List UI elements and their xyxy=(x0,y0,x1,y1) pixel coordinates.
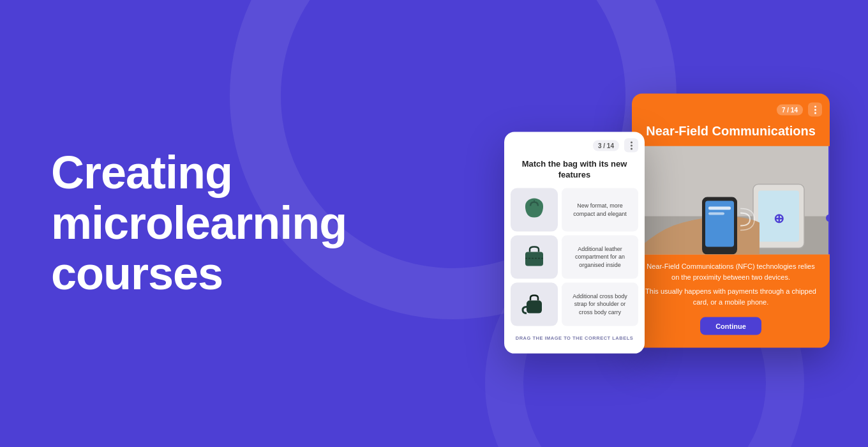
card-orange-progress: 7 / 14 xyxy=(777,104,803,115)
nfc-card: 7 / 14 Near-Field Communications xyxy=(632,94,830,348)
svg-rect-2 xyxy=(525,252,543,266)
nfc-body-text-1: Near-Field Communications (NFC) technolo… xyxy=(643,261,818,282)
bag-image-3[interactable] xyxy=(511,282,558,326)
hero-line2: microlearning xyxy=(51,197,347,248)
matching-card: 3 / 14 Match the bag with its new featur… xyxy=(504,132,645,354)
card-orange-header: 7 / 14 xyxy=(632,94,830,117)
card-white-progress: 3 / 14 xyxy=(593,140,619,151)
cards-container: 3 / 14 Match the bag with its new featur… xyxy=(504,94,830,354)
bag-image-2[interactable] xyxy=(511,235,558,278)
card-white-menu-button[interactable] xyxy=(624,139,638,153)
card-orange-menu-button[interactable] xyxy=(808,103,822,117)
odot1 xyxy=(814,105,816,107)
bag-label-2: Additional leather compartment for an or… xyxy=(562,235,638,278)
nfc-scene-svg: ⊕ xyxy=(632,146,830,255)
dot3 xyxy=(631,148,632,149)
bag-row-3: Additional cross body strap for shoulder… xyxy=(504,282,645,330)
card-white-title: Match the bag with its new features xyxy=(504,156,645,188)
bag-row-1: New format, more compact and elegant xyxy=(504,188,645,235)
hero-line3: courses xyxy=(51,248,223,299)
odot2 xyxy=(814,109,816,110)
nfc-body: Near-Field Communications (NFC) technolo… xyxy=(632,261,830,335)
bag-svg-1 xyxy=(518,193,551,226)
bag-label-3: Additional cross body strap for shoulder… xyxy=(562,282,638,326)
slider-dot-bottom xyxy=(826,215,830,222)
svg-rect-13 xyxy=(708,213,724,215)
bag-row-2: Additional leather compartment for an or… xyxy=(504,235,645,282)
svg-text:⊕: ⊕ xyxy=(774,211,784,225)
svg-rect-12 xyxy=(708,207,731,210)
bag-image-1[interactable] xyxy=(511,188,558,231)
slider-line xyxy=(828,146,830,255)
bag-svg-3 xyxy=(518,287,551,321)
drag-hint: DRAG THE IMAGE TO THE CORRECT LABELS xyxy=(504,335,645,340)
card-white-header: 3 / 14 xyxy=(504,132,645,156)
bag-svg-2 xyxy=(518,240,551,273)
nfc-body-text-2: This usually happens with payments throu… xyxy=(643,286,818,307)
nfc-title: Near-Field Communications xyxy=(632,117,830,146)
nfc-scene: ⊕ xyxy=(632,146,830,255)
continue-button[interactable]: Continue xyxy=(700,317,761,335)
odot3 xyxy=(814,112,816,114)
dot1 xyxy=(631,141,632,143)
nfc-image-area: ⊕ xyxy=(632,146,830,255)
hero-line1: Creating xyxy=(51,147,232,198)
hero-text-block: Creating microlearning courses xyxy=(51,148,338,299)
dot2 xyxy=(631,144,632,146)
bag-label-1: New format, more compact and elegant xyxy=(562,188,638,231)
svg-rect-4 xyxy=(527,300,542,313)
